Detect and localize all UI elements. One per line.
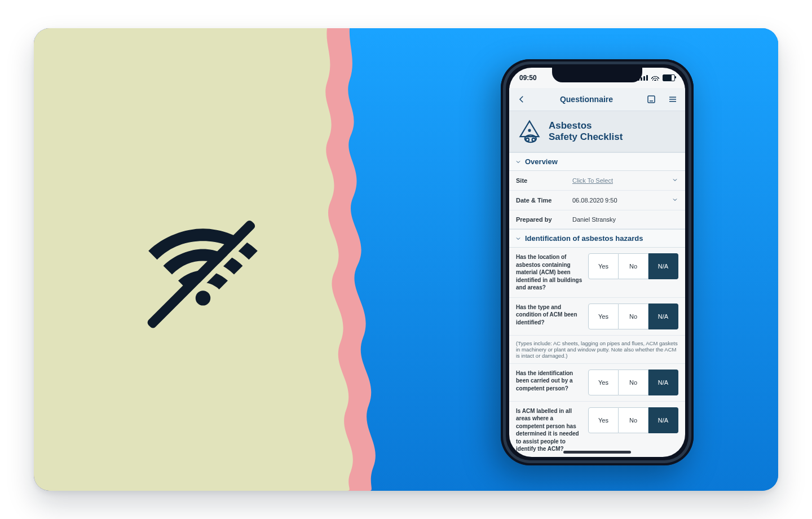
checklist-header: Asbestos Safety Checklist [509,111,685,152]
answer-yes[interactable]: Yes [588,253,619,279]
answer-yes[interactable]: Yes [588,304,619,329]
section-hazards[interactable]: Identification of asbestos hazards [509,229,685,248]
field-site-value[interactable]: Click To Select [572,177,667,184]
section-overview-label: Overview [525,157,558,166]
menu-icon [668,94,678,104]
question-row: Has the type and condition of ACM been i… [509,298,685,336]
nav-title: Questionnaire [560,95,613,104]
phone-notch [552,68,642,82]
chevron-left-icon [517,94,527,104]
answer-yes[interactable]: Yes [588,407,619,433]
field-datetime-value[interactable]: 06.08.2020 9:50 [572,197,667,204]
field-prepared-by: Prepared by Daniel Stransky [509,210,685,229]
home-indicator [563,451,631,454]
wifi-icon [651,75,659,81]
answer-na[interactable]: N/A [648,370,678,395]
svg-point-11 [532,138,536,142]
checklist-title: Asbestos Safety Checklist [549,120,623,143]
question-row: Has the location of asbestos containing … [509,248,685,298]
section-overview[interactable]: Overview [509,152,685,171]
menu-button[interactable] [665,91,681,107]
question-text: Has the type and condition of ACM been i… [516,304,582,329]
wifi-off-icon [141,209,265,333]
answer-group: Yes No N/A [588,304,678,329]
answer-na[interactable]: N/A [648,407,678,433]
back-button[interactable] [514,91,529,107]
app-nav: Questionnaire [509,88,685,111]
answer-na[interactable]: N/A [648,304,678,329]
chevron-down-icon [672,196,678,204]
answer-no[interactable]: No [619,407,648,433]
field-datetime-label: Date & Time [516,197,568,204]
answer-group: Yes No N/A [588,407,678,453]
hazard-mask-icon [517,119,542,144]
status-time: 09:50 [519,74,537,82]
phone-screen: 09:50 Questionnaire [509,68,685,457]
question-row: Is ACM labelled in all areas where a com… [509,402,685,458]
chevron-down-icon [515,159,522,165]
question-hint: (Types include: AC sheets, lagging on pi… [509,336,685,364]
battery-icon [663,74,675,81]
chevron-down-icon [672,177,678,184]
field-site-label: Site [516,177,568,184]
promo-card: 09:50 Questionnaire [34,28,778,491]
field-datetime[interactable]: Date & Time 06.08.2020 9:50 [509,191,685,210]
chevron-down-icon [515,235,522,242]
answer-group: Yes No N/A [588,370,678,395]
question-text: Has the location of asbestos containing … [516,253,582,292]
answer-no[interactable]: No [619,253,648,279]
answer-no[interactable]: No [619,304,648,329]
phone-mockup: 09:50 Questionnaire [501,59,694,465]
svg-rect-3 [648,96,655,103]
answer-yes[interactable]: Yes [588,370,619,395]
answer-group: Yes No N/A [588,253,678,292]
section-hazards-label: Identification of asbestos hazards [525,234,643,243]
question-row: Has the identification been carried out … [509,364,685,402]
answer-no[interactable]: No [619,370,648,395]
question-text: Has the identification been carried out … [516,370,582,395]
field-prepared-label: Prepared by [516,216,568,223]
field-prepared-value: Daniel Stransky [572,216,678,223]
question-text: Is ACM labelled in all areas where a com… [516,407,582,453]
svg-point-10 [526,138,529,142]
note-icon [646,94,656,104]
answer-na[interactable]: N/A [648,253,678,279]
field-site[interactable]: Site Click To Select [509,171,685,191]
svg-point-8 [529,130,531,131]
notes-button[interactable] [643,91,659,107]
